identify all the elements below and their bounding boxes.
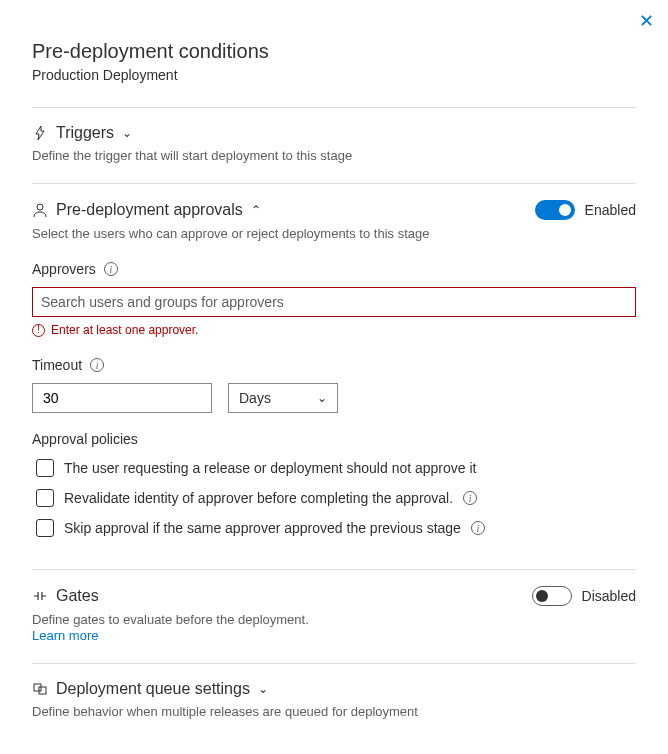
- policy-checkbox-1[interactable]: [36, 489, 54, 507]
- queue-header[interactable]: Deployment queue settings ⌄: [32, 680, 268, 698]
- gates-icon: [32, 588, 48, 604]
- trigger-icon: [32, 125, 48, 141]
- approvers-error-text: Enter at least one approver.: [51, 323, 198, 337]
- error-icon: !: [32, 324, 45, 337]
- policy-row: The user requesting a release or deploym…: [32, 459, 636, 477]
- approvers-label: Approvers: [32, 261, 96, 277]
- timeout-unit-select[interactable]: Days ⌄: [228, 383, 338, 413]
- person-icon: [32, 202, 48, 218]
- timeout-value-input[interactable]: [32, 383, 212, 413]
- approvals-toggle-label: Enabled: [585, 202, 636, 218]
- policy-label: Revalidate identity of approver before c…: [64, 490, 453, 506]
- gates-desc: Define gates to evaluate before the depl…: [32, 612, 636, 627]
- policy-label: The user requesting a release or deploym…: [64, 460, 476, 476]
- chevron-up-icon: ⌃: [251, 203, 261, 217]
- approvers-error: ! Enter at least one approver.: [32, 323, 636, 337]
- info-icon[interactable]: i: [471, 521, 485, 535]
- triggers-title: Triggers: [56, 124, 114, 142]
- approvers-search-input[interactable]: [32, 287, 636, 317]
- policy-row: Revalidate identity of approver before c…: [32, 489, 636, 507]
- approvals-toggle[interactable]: [535, 200, 575, 220]
- chevron-down-icon: ⌄: [258, 682, 268, 696]
- info-icon[interactable]: i: [104, 262, 118, 276]
- approvals-section: Pre-deployment approvals ⌃ Enabled Selec…: [32, 183, 636, 569]
- gates-learn-more-link[interactable]: Learn more: [32, 628, 98, 643]
- policy-checkbox-0[interactable]: [36, 459, 54, 477]
- queue-title: Deployment queue settings: [56, 680, 250, 698]
- gates-title: Gates: [56, 587, 99, 605]
- queue-desc: Define behavior when multiple releases a…: [32, 704, 636, 719]
- approvals-title: Pre-deployment approvals: [56, 201, 243, 219]
- queue-icon: [32, 681, 48, 697]
- triggers-desc: Define the trigger that will start deplo…: [32, 148, 636, 163]
- policy-checkbox-2[interactable]: [36, 519, 54, 537]
- triggers-header[interactable]: Triggers ⌄: [32, 124, 132, 142]
- approvals-desc: Select the users who can approve or reje…: [32, 226, 636, 241]
- chevron-down-icon: ⌄: [122, 126, 132, 140]
- page-title: Pre-deployment conditions: [32, 40, 636, 63]
- policy-row: Skip approval if the same approver appro…: [32, 519, 636, 537]
- gates-header[interactable]: Gates: [32, 587, 99, 605]
- page-subtitle: Production Deployment: [32, 67, 636, 83]
- triggers-section: Triggers ⌄ Define the trigger that will …: [32, 107, 636, 183]
- queue-section: Deployment queue settings ⌄ Define behav…: [32, 663, 636, 739]
- info-icon[interactable]: i: [463, 491, 477, 505]
- timeout-label: Timeout: [32, 357, 82, 373]
- policies-title: Approval policies: [32, 431, 636, 447]
- timeout-unit-value: Days: [239, 390, 271, 406]
- gates-toggle-label: Disabled: [582, 588, 636, 604]
- chevron-down-icon: ⌄: [317, 391, 327, 405]
- gates-section: Gates Disabled Define gates to evaluate …: [32, 569, 636, 663]
- svg-point-0: [37, 204, 43, 210]
- approvals-header[interactable]: Pre-deployment approvals ⌃: [32, 201, 261, 219]
- close-button[interactable]: ✕: [639, 10, 654, 32]
- policy-label: Skip approval if the same approver appro…: [64, 520, 461, 536]
- info-icon[interactable]: i: [90, 358, 104, 372]
- gates-toggle[interactable]: [532, 586, 572, 606]
